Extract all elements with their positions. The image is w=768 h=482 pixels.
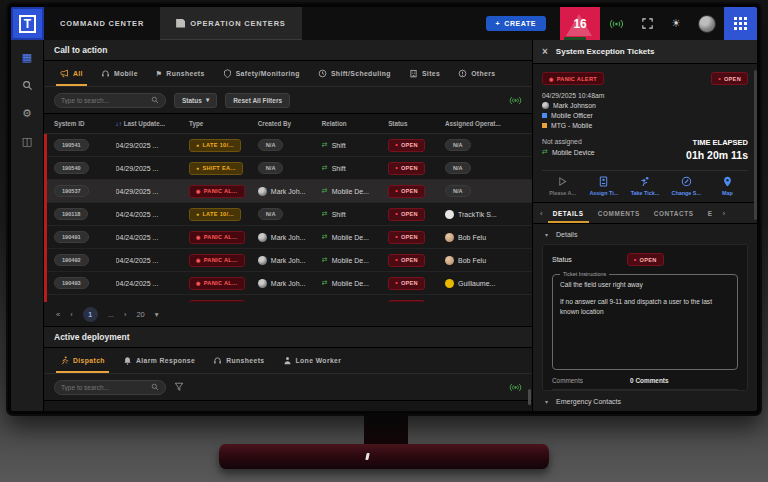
assignee-avatar bbox=[445, 256, 454, 265]
tabs-scroll-left-icon[interactable]: ‹ bbox=[537, 209, 546, 218]
main-scrollbar[interactable] bbox=[528, 389, 531, 405]
sidebar-search-icon[interactable] bbox=[22, 80, 33, 91]
col-last-update[interactable]: ↓↑ Last Update... bbox=[116, 120, 189, 127]
apps-grid-button[interactable] bbox=[724, 7, 757, 40]
page-size-caret-icon[interactable]: ▾ bbox=[155, 310, 159, 319]
table-row-partial[interactable]: PANIC AL... OPEN bbox=[47, 295, 532, 302]
col-assigned-operator[interactable]: Assigned Operat... bbox=[445, 120, 528, 127]
alert-circle-icon bbox=[458, 69, 467, 78]
col-status[interactable]: Status bbox=[388, 120, 445, 127]
table-row[interactable]: 190540 04/29/2025 ... SHIFT EA... N/A ⇄S… bbox=[47, 157, 532, 180]
ticket-status-badge: OPEN bbox=[711, 72, 748, 85]
tabs-scroll-right-icon[interactable]: › bbox=[720, 209, 729, 218]
grid-icon bbox=[734, 17, 747, 30]
live-feed-icon[interactable] bbox=[509, 383, 522, 392]
plus-icon: + bbox=[496, 20, 501, 27]
type-badge: PANIC AL... bbox=[189, 277, 244, 290]
megaphone-icon bbox=[60, 69, 69, 78]
system-id-badge: 190541 bbox=[54, 139, 89, 151]
tab-others[interactable]: Others bbox=[450, 61, 503, 86]
alert-count-badge[interactable]: 16 bbox=[560, 7, 600, 40]
details-card: Status OPEN Ticket Instructions Call the… bbox=[542, 244, 748, 391]
broadcast-icon[interactable] bbox=[609, 19, 624, 29]
prev-page-icon[interactable]: ‹ bbox=[70, 310, 73, 319]
relation-icon: ⇄ bbox=[322, 210, 328, 218]
tab-comments[interactable]: COMMENTS bbox=[591, 203, 647, 223]
user-avatar[interactable] bbox=[698, 15, 716, 33]
tab-lone-worker[interactable]: Lone Worker bbox=[275, 348, 350, 373]
deployment-tabs: Dispatch Alarm Response Runsheets Lone W… bbox=[44, 348, 532, 374]
tab-runsheets[interactable]: ⚑ Runsheets bbox=[148, 61, 213, 86]
tab-shift-scheduling[interactable]: Shift/Scheduling bbox=[310, 61, 399, 86]
sidebar-settings-icon[interactable]: ⚙ bbox=[22, 108, 32, 119]
tab-safety-monitoring[interactable]: Safety/Monitoring bbox=[215, 61, 308, 86]
sidebar-dashboard-icon[interactable]: ▦ bbox=[22, 52, 32, 63]
tab-alarm-response[interactable]: Alarm Response bbox=[115, 348, 203, 373]
next-page-icon[interactable]: › bbox=[124, 310, 127, 319]
active-deployment-title: Active deployment bbox=[44, 327, 532, 348]
table-row[interactable]: 190492 04/24/2025 ... PANIC AL... Mark J… bbox=[47, 249, 532, 272]
caret-down-icon: ▾ bbox=[545, 398, 548, 405]
brightness-icon[interactable]: ☀ bbox=[671, 17, 681, 30]
type-badge: LATE 10/... bbox=[189, 208, 241, 221]
shield-icon bbox=[223, 69, 232, 78]
tab-all[interactable]: All bbox=[52, 61, 91, 86]
caret-down-icon: ▾ bbox=[545, 231, 548, 238]
table-row[interactable]: 190118 04/24/2025 ... LATE 10/... N/A ⇄S… bbox=[47, 203, 532, 226]
tracktik-logo-icon[interactable]: T bbox=[11, 7, 44, 40]
assignee-avatar bbox=[445, 279, 454, 288]
table-row[interactable]: 190541 04/29/2025 ... LATE 10/... N/A ⇄S… bbox=[47, 134, 532, 157]
fullscreen-icon[interactable] bbox=[642, 18, 653, 29]
change-status-button[interactable]: Change S... bbox=[666, 176, 707, 196]
tab-command-center[interactable]: COMMAND CENTER bbox=[44, 7, 160, 40]
cta-search[interactable] bbox=[54, 93, 166, 108]
panel-scrollbar[interactable] bbox=[754, 70, 757, 220]
please-acknowledge-button[interactable]: Please A... bbox=[542, 176, 583, 196]
live-feed-icon[interactable] bbox=[509, 96, 522, 105]
search-input[interactable] bbox=[61, 97, 147, 104]
cta-filter-tabs: All Mobile ⚑ Runsheets Safety/Monitoring… bbox=[44, 61, 532, 87]
system-id-badge: 190537 bbox=[54, 185, 89, 197]
status-filter-dropdown[interactable]: Status ▾ bbox=[174, 93, 217, 108]
ticket-timestamp: 04/29/2025 10:48am bbox=[542, 92, 748, 99]
reporter-name: Mark Johnson bbox=[553, 102, 596, 109]
close-icon[interactable]: × bbox=[542, 46, 548, 57]
col-type[interactable]: Type bbox=[189, 120, 258, 127]
tab-sites[interactable]: Sites bbox=[401, 61, 448, 86]
search-input[interactable] bbox=[61, 384, 147, 391]
filter-funnel-icon[interactable] bbox=[174, 382, 184, 392]
table-row-selected[interactable]: 190537 04/29/2025 ... PANIC AL... Mark J… bbox=[47, 180, 532, 203]
table-row[interactable]: 190493 04/24/2025 ... PANIC AL... Mark J… bbox=[47, 272, 532, 295]
table-header: System ID ↓↑ Last Update... Type Created… bbox=[44, 114, 532, 134]
first-page-icon[interactable]: « bbox=[56, 310, 60, 319]
details-section-header[interactable]: ▾ Details bbox=[533, 224, 757, 244]
table-row[interactable]: 190491 04/24/2025 ... PANIC AL... Mark J… bbox=[47, 226, 532, 249]
status-badge: OPEN bbox=[388, 139, 425, 152]
last-page[interactable]: 20 bbox=[136, 310, 144, 319]
tab-more[interactable]: E bbox=[701, 203, 720, 223]
main-panel: Call to action All Mobile ⚑ Runsheets Sa… bbox=[44, 40, 533, 411]
assign-ticket-button[interactable]: Assign Ti... bbox=[583, 176, 624, 196]
col-system-id[interactable]: System ID bbox=[54, 120, 116, 127]
take-ticket-button[interactable]: Take Tick... bbox=[624, 176, 665, 196]
emergency-contacts-header[interactable]: ▾ Emergency Contacts bbox=[533, 391, 757, 411]
map-pin-icon bbox=[722, 176, 733, 187]
deployment-search[interactable] bbox=[54, 380, 166, 395]
reset-filters-button[interactable]: Reset All Filters bbox=[225, 93, 290, 108]
map-button[interactable]: Map bbox=[707, 176, 748, 196]
tab-operation-centers[interactable]: OPERATION CENTERS bbox=[160, 7, 302, 40]
current-page[interactable]: 1 bbox=[83, 307, 98, 322]
type-badge: PANIC AL... bbox=[189, 254, 244, 267]
creator-avatar bbox=[258, 233, 267, 242]
instructions-line: If no answer call 9-11 and dispatch a us… bbox=[560, 297, 730, 317]
tab-deployment-runsheets[interactable]: Runsheets bbox=[205, 348, 272, 373]
reporter-role: Mobile Officer bbox=[551, 112, 593, 119]
tab-details[interactable]: DETAILS bbox=[546, 203, 591, 223]
col-relation[interactable]: Relation bbox=[322, 120, 388, 127]
col-created-by[interactable]: Created By bbox=[258, 120, 322, 127]
tab-mobile[interactable]: Mobile bbox=[93, 61, 146, 86]
sidebar-map-icon[interactable]: ◫ bbox=[22, 136, 32, 147]
tab-dispatch[interactable]: Dispatch bbox=[52, 348, 113, 373]
tab-contacts[interactable]: CONTACTS bbox=[647, 203, 701, 223]
create-button[interactable]: + CREATE bbox=[486, 16, 547, 31]
